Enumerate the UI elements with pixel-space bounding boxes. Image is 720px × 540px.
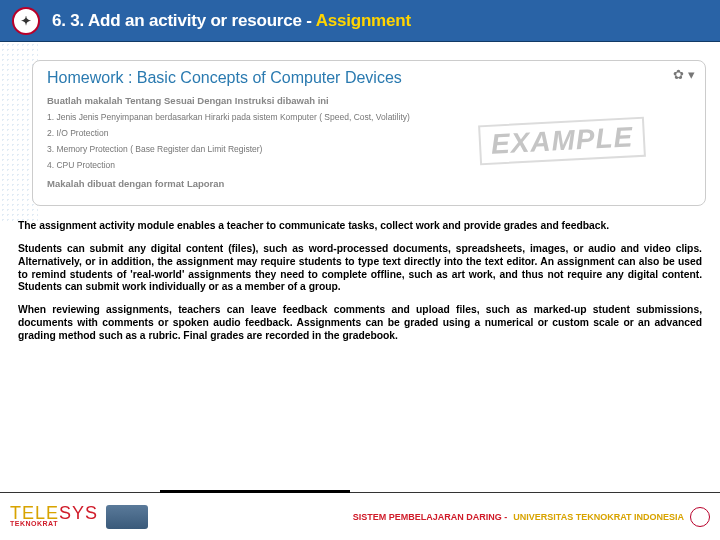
page-title: 6. 3. Add an activity or resource - Assi… (52, 11, 411, 31)
footer-left: TELESYS TEKNOKRAT (10, 505, 148, 529)
homework-instruction: Buatlah makalah Tentang Sesuai Dengan In… (47, 95, 691, 106)
logo-subtext: TEKNOKRAT (10, 521, 98, 527)
example-screenshot-card: ✿ ▾ Homework : Basic Concepts of Compute… (32, 60, 706, 206)
footer-tagline-2: UNIVERSITAS TEKNOKRAT INDONESIA (513, 512, 684, 522)
example-stamp: EXAMPLE (478, 117, 646, 166)
paragraph-1: The assignment activity module enables a… (18, 220, 702, 233)
device-icon (106, 505, 148, 529)
footer-tagline-1: SISTEM PEMBELAJARAN DARING - (353, 512, 508, 522)
paragraph-3: When reviewing assignments, teachers can… (18, 304, 702, 343)
footer: TELESYS TEKNOKRAT SISTEM PEMBELAJARAN DA… (0, 492, 720, 540)
footer-right: SISTEM PEMBELAJARAN DARING - UNIVERSITAS… (353, 507, 710, 527)
list-item: 4. CPU Protection (47, 160, 691, 170)
homework-title: Homework : Basic Concepts of Computer De… (47, 69, 402, 87)
homework-closing: Makalah dibuat dengan format Laporan (47, 178, 691, 189)
university-crest-icon: ✦ (12, 7, 40, 35)
logo-part2: SYS (59, 503, 98, 523)
header-bar: ✦ 6. 3. Add an activity or resource - As… (0, 0, 720, 42)
title-highlight: Assignment (316, 11, 411, 30)
body-content: The assignment activity module enables a… (0, 214, 720, 343)
footer-divider (160, 490, 350, 493)
footer-crest-icon (690, 507, 710, 527)
telesys-logo: TELESYS TEKNOKRAT (10, 505, 98, 527)
title-prefix: 6. 3. Add an activity or resource - (52, 11, 316, 30)
paragraph-2: Students can submit any digital content … (18, 243, 702, 294)
gear-icon: ✿ ▾ (673, 67, 695, 82)
